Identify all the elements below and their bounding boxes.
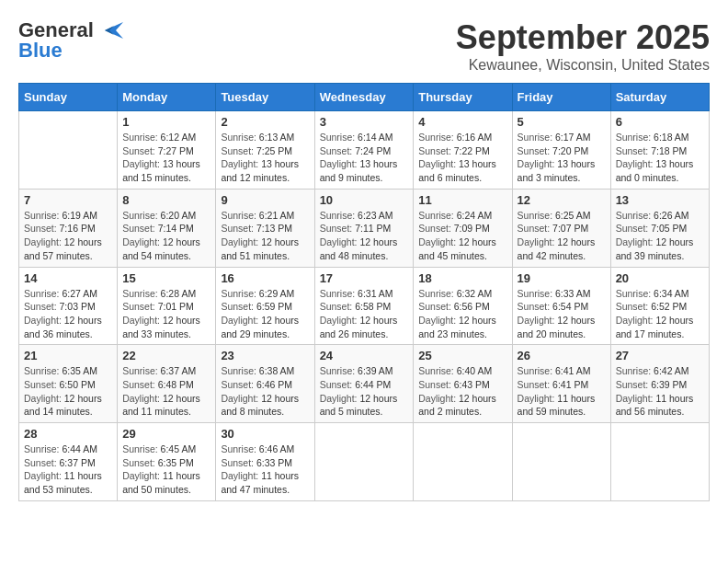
sunrise-value: 6:17 AM bbox=[555, 132, 591, 143]
daylight-label: Daylight: bbox=[518, 393, 558, 404]
day-number: 20 bbox=[616, 271, 704, 285]
calendar-cell: 21 Sunrise: 6:35 AM Sunset: 6:50 PM Dayl… bbox=[19, 345, 118, 423]
calendar-header-row: SundayMondayTuesdayWednesdayThursdayFrid… bbox=[19, 84, 710, 111]
day-number: 26 bbox=[518, 349, 606, 362]
cell-info: Sunrise: 6:16 AM Sunset: 7:22 PM Dayligh… bbox=[418, 131, 506, 185]
calendar-cell bbox=[414, 423, 512, 501]
cell-info: Sunrise: 6:23 AM Sunset: 7:11 PM Dayligh… bbox=[320, 209, 409, 263]
sunset-value: 7:22 PM bbox=[454, 145, 490, 156]
sunrise-value: 6:31 AM bbox=[358, 288, 393, 299]
sunrise-label: Sunrise: bbox=[518, 210, 555, 221]
daylight-label: Daylight: bbox=[320, 315, 360, 326]
cell-info: Sunrise: 6:13 AM Sunset: 7:25 PM Dayligh… bbox=[221, 131, 309, 185]
sunset-label: Sunset: bbox=[122, 301, 158, 312]
day-number: 28 bbox=[24, 427, 112, 441]
cell-info: Sunrise: 6:37 AM Sunset: 6:48 PM Dayligh… bbox=[122, 364, 210, 419]
calendar-cell: 28 Sunrise: 6:44 AM Sunset: 6:37 PM Dayl… bbox=[19, 423, 118, 501]
daylight-label: Daylight: bbox=[418, 315, 459, 326]
sunset-label: Sunset: bbox=[320, 379, 356, 390]
calendar-cell: 1 Sunrise: 6:12 AM Sunset: 7:27 PM Dayli… bbox=[118, 111, 216, 190]
calendar-cell: 20 Sunrise: 6:34 AM Sunset: 6:52 PM Dayl… bbox=[610, 267, 709, 345]
sunset-value: 6:43 PM bbox=[454, 379, 490, 390]
sunset-value: 7:24 PM bbox=[355, 145, 391, 156]
sunset-label: Sunset: bbox=[221, 145, 256, 156]
sunrise-label: Sunrise: bbox=[24, 210, 62, 221]
sunset-label: Sunset: bbox=[616, 223, 652, 234]
sunrise-label: Sunrise: bbox=[320, 132, 358, 143]
sunset-label: Sunset: bbox=[518, 301, 553, 312]
calendar-cell: 13 Sunrise: 6:26 AM Sunset: 7:05 PM Dayl… bbox=[610, 189, 709, 267]
daylight-label: Daylight: bbox=[616, 315, 656, 326]
sunset-label: Sunset: bbox=[221, 379, 256, 390]
page-header: General Blue September 2025 Kewaunee, Wi… bbox=[18, 18, 710, 74]
cell-info: Sunrise: 6:24 AM Sunset: 7:09 PM Dayligh… bbox=[418, 209, 506, 263]
daylight-label: Daylight: bbox=[616, 393, 656, 404]
sunset-value: 7:11 PM bbox=[355, 223, 391, 234]
day-number: 24 bbox=[320, 349, 409, 362]
sunrise-value: 6:34 AM bbox=[654, 288, 689, 299]
sunrise-label: Sunrise: bbox=[616, 210, 654, 221]
sunset-value: 7:07 PM bbox=[552, 223, 588, 234]
daylight-label: Daylight: bbox=[418, 236, 459, 247]
calendar-cell: 6 Sunrise: 6:18 AM Sunset: 7:18 PM Dayli… bbox=[610, 111, 709, 190]
sunrise-value: 6:23 AM bbox=[358, 210, 393, 221]
daylight-label: Daylight: bbox=[221, 236, 261, 247]
sunset-value: 6:44 PM bbox=[355, 379, 391, 390]
sunrise-value: 6:16 AM bbox=[457, 132, 493, 143]
cell-info: Sunrise: 6:44 AM Sunset: 6:37 PM Dayligh… bbox=[24, 442, 112, 497]
day-number: 14 bbox=[24, 271, 112, 285]
day-number: 3 bbox=[320, 115, 409, 129]
cell-info: Sunrise: 6:45 AM Sunset: 6:35 PM Dayligh… bbox=[122, 442, 210, 497]
calendar-cell bbox=[314, 423, 414, 501]
day-header-thursday: Thursday bbox=[414, 84, 512, 111]
sunrise-value: 6:13 AM bbox=[259, 132, 295, 143]
sunset-value: 7:20 PM bbox=[552, 145, 588, 156]
daylight-label: Daylight: bbox=[122, 393, 163, 404]
daylight-label: Daylight: bbox=[221, 393, 261, 404]
cell-info: Sunrise: 6:29 AM Sunset: 6:59 PM Dayligh… bbox=[221, 287, 309, 341]
sunset-value: 7:05 PM bbox=[651, 223, 687, 234]
daylight-label: Daylight: bbox=[616, 158, 656, 169]
calendar-week-4: 21 Sunrise: 6:35 AM Sunset: 6:50 PM Dayl… bbox=[19, 345, 710, 423]
sunrise-label: Sunrise: bbox=[122, 443, 160, 454]
sunrise-value: 6:40 AM bbox=[457, 365, 493, 376]
day-number: 8 bbox=[122, 193, 210, 207]
daylight-label: Daylight: bbox=[122, 315, 163, 326]
sunset-label: Sunset: bbox=[320, 301, 356, 312]
sunset-value: 7:13 PM bbox=[256, 223, 292, 234]
sunrise-label: Sunrise: bbox=[320, 365, 358, 376]
day-number: 6 bbox=[616, 115, 704, 129]
sunrise-label: Sunrise: bbox=[221, 210, 258, 221]
sunrise-value: 6:21 AM bbox=[259, 210, 295, 221]
daylight-label: Daylight: bbox=[320, 158, 360, 169]
sunset-label: Sunset: bbox=[24, 301, 60, 312]
calendar-cell: 4 Sunrise: 6:16 AM Sunset: 7:22 PM Dayli… bbox=[414, 111, 512, 190]
sunrise-label: Sunrise: bbox=[616, 132, 654, 143]
day-number: 15 bbox=[122, 271, 210, 285]
sunset-label: Sunset: bbox=[418, 223, 454, 234]
day-header-saturday: Saturday bbox=[610, 84, 709, 111]
cell-info: Sunrise: 6:34 AM Sunset: 6:52 PM Dayligh… bbox=[616, 287, 704, 341]
calendar-cell: 29 Sunrise: 6:45 AM Sunset: 6:35 PM Dayl… bbox=[118, 423, 216, 501]
daylight-label: Daylight: bbox=[122, 470, 163, 481]
calendar-cell: 25 Sunrise: 6:40 AM Sunset: 6:43 PM Dayl… bbox=[414, 345, 512, 423]
daylight-label: Daylight: bbox=[418, 393, 459, 404]
sunset-label: Sunset: bbox=[221, 457, 256, 468]
day-number: 17 bbox=[320, 271, 409, 285]
cell-info: Sunrise: 6:31 AM Sunset: 6:58 PM Dayligh… bbox=[320, 287, 409, 341]
sunset-value: 6:46 PM bbox=[256, 379, 292, 390]
day-number: 1 bbox=[122, 115, 210, 129]
sunrise-value: 6:18 AM bbox=[654, 132, 689, 143]
cell-info: Sunrise: 6:26 AM Sunset: 7:05 PM Dayligh… bbox=[616, 209, 704, 263]
sunset-value: 7:09 PM bbox=[454, 223, 490, 234]
sunrise-value: 6:12 AM bbox=[161, 132, 197, 143]
cell-info: Sunrise: 6:28 AM Sunset: 7:01 PM Dayligh… bbox=[122, 287, 210, 341]
sunrise-label: Sunrise: bbox=[24, 365, 62, 376]
sunset-value: 6:48 PM bbox=[158, 379, 194, 390]
daylight-label: Daylight: bbox=[24, 470, 64, 481]
calendar-cell: 30 Sunrise: 6:46 AM Sunset: 6:33 PM Dayl… bbox=[216, 423, 314, 501]
day-header-friday: Friday bbox=[512, 84, 610, 111]
sunset-label: Sunset: bbox=[122, 223, 158, 234]
calendar-cell bbox=[19, 111, 118, 190]
sunrise-value: 6:42 AM bbox=[654, 365, 689, 376]
